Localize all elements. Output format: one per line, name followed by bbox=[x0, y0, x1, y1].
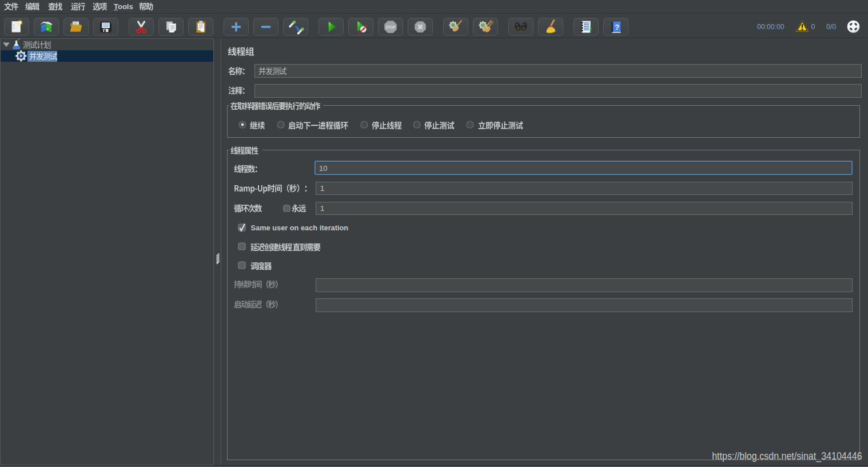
svg-text:?: ? bbox=[615, 22, 619, 31]
svg-text:STOP: STOP bbox=[385, 25, 396, 29]
